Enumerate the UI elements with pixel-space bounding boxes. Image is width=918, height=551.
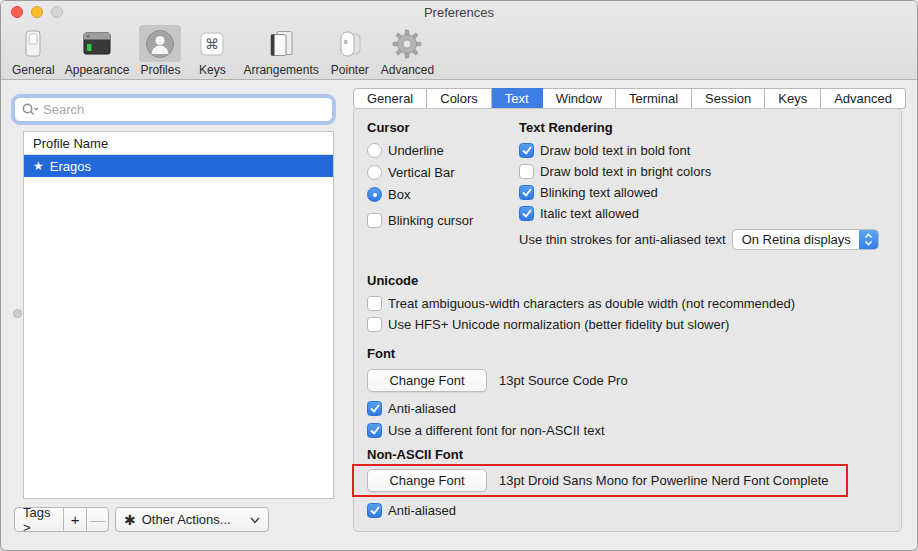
- toolbar-label: Keys: [199, 63, 226, 77]
- toolbar-item-arrangements[interactable]: Arrangements: [238, 23, 323, 77]
- checkbox-label: Draw bold text in bright colors: [540, 164, 711, 179]
- checkbox-icon[interactable]: [367, 423, 382, 438]
- checkbox-label: Treat ambiguous-width characters as doub…: [388, 296, 795, 311]
- unicode-section-header: Unicode: [367, 273, 418, 288]
- check-icon: [370, 404, 380, 413]
- window-title: Preferences: [1, 5, 917, 20]
- toolbar-item-keys[interactable]: ⌘ Keys: [186, 23, 238, 77]
- radio-label: Box: [388, 187, 410, 202]
- svg-text:⌘: ⌘: [205, 36, 219, 52]
- checkbox-label: Anti-aliased: [388, 401, 456, 416]
- radio-label: Vertical Bar: [388, 165, 454, 180]
- text-rendering-section-header: Text Rendering: [519, 120, 613, 135]
- text-tab-panel: Cursor Underline Vertical Bar Box Blinki…: [353, 108, 902, 532]
- checkbox-icon[interactable]: [519, 143, 534, 158]
- tab-advanced[interactable]: Advanced: [821, 88, 906, 109]
- window-chrome: Preferences General Appearance: [1, 1, 917, 80]
- toolbar-label: Arrangements: [243, 63, 318, 77]
- chevron-down-icon: [250, 512, 260, 527]
- toolbar-item-advanced[interactable]: Advanced: [376, 23, 439, 77]
- checkbox-icon[interactable]: [367, 296, 382, 311]
- checkbox-blinking-text[interactable]: Blinking text allowed: [519, 185, 658, 200]
- checkbox-draw-bold-bright[interactable]: Draw bold text in bright colors: [519, 164, 711, 179]
- checkbox-hfs-normalization[interactable]: Use HFS+ Unicode normalization (better f…: [367, 317, 729, 332]
- thin-strokes-row: Use thin strokes for anti-aliased text O…: [519, 229, 879, 250]
- toolbar-label: General: [12, 63, 55, 77]
- tab-general[interactable]: General: [353, 88, 427, 109]
- light-switch-icon: [17, 28, 49, 60]
- cursor-section-header: Cursor: [367, 120, 410, 135]
- arrangements-windows-icon: [265, 28, 297, 60]
- pane-splitter-handle[interactable]: [13, 309, 22, 318]
- checkbox-icon[interactable]: [367, 401, 382, 416]
- other-actions-label: Other Actions...: [142, 512, 231, 527]
- radio-vertical-bar[interactable]: Vertical Bar: [367, 165, 454, 180]
- checkbox-italic-text[interactable]: Italic text allowed: [519, 206, 639, 221]
- tab-colors[interactable]: Colors: [427, 88, 492, 109]
- tab-session[interactable]: Session: [692, 88, 765, 109]
- checkbox-icon[interactable]: [519, 206, 534, 221]
- thin-strokes-label: Use thin strokes for anti-aliased text: [519, 232, 726, 247]
- checkbox-blinking-cursor[interactable]: Blinking cursor: [367, 213, 473, 228]
- profile-search-field[interactable]: Search: [14, 97, 333, 122]
- radio-icon[interactable]: [367, 143, 382, 158]
- gear-icon: [391, 28, 423, 60]
- check-icon: [522, 209, 532, 218]
- toolbar-label: Profiles: [140, 63, 180, 77]
- profile-tabbar: General Colors Text Window Terminal Sess…: [353, 88, 906, 109]
- thin-strokes-dropdown[interactable]: On Retina displays: [732, 229, 879, 250]
- preferences-toolbar: General Appearance Profiles: [7, 23, 439, 79]
- checkbox-anti-aliased[interactable]: Anti-aliased: [367, 401, 456, 416]
- tab-window[interactable]: Window: [543, 88, 616, 109]
- tab-terminal[interactable]: Terminal: [616, 88, 692, 109]
- check-icon: [370, 506, 380, 515]
- remove-profile-button: —: [86, 507, 109, 532]
- change-non-ascii-font-button[interactable]: Change Font: [367, 469, 487, 492]
- radio-icon[interactable]: [367, 187, 382, 202]
- profile-row-eragos[interactable]: ★ Eragos: [24, 155, 333, 177]
- checkbox-icon[interactable]: [367, 213, 382, 228]
- checkbox-label: Italic text allowed: [540, 206, 639, 221]
- toolbar-label: Advanced: [381, 63, 434, 77]
- change-font-button[interactable]: Change Font: [367, 369, 487, 392]
- star-icon: ★: [33, 159, 44, 173]
- search-placeholder: Search: [43, 102, 84, 117]
- radio-underline[interactable]: Underline: [367, 143, 444, 158]
- radio-icon[interactable]: [367, 165, 382, 180]
- checkbox-draw-bold-font[interactable]: Draw bold text in bold font: [519, 143, 690, 158]
- font-section-header: Font: [367, 346, 395, 361]
- appearance-window-icon: [81, 28, 113, 60]
- profile-actions-bar: Tags > + — ✱ Other Actions...: [14, 507, 269, 532]
- checkbox-icon[interactable]: [519, 164, 534, 179]
- checkbox-icon[interactable]: [367, 317, 382, 332]
- stepper-arrows-icon: [859, 229, 878, 250]
- font-row: Change Font 13pt Source Code Pro: [367, 369, 628, 392]
- other-actions-button[interactable]: ✱ Other Actions...: [115, 507, 269, 532]
- checkbox-label: Use HFS+ Unicode normalization (better f…: [388, 317, 729, 332]
- tab-text[interactable]: Text: [492, 88, 543, 109]
- add-profile-button[interactable]: +: [63, 507, 87, 532]
- checkbox-ambiguous-width[interactable]: Treat ambiguous-width characters as doub…: [367, 296, 795, 311]
- titlebar[interactable]: Preferences: [1, 1, 917, 23]
- checkbox-different-non-ascii-font[interactable]: Use a different font for non-ASCII text: [367, 423, 605, 438]
- checkbox-label: Draw bold text in bold font: [540, 143, 690, 158]
- checkbox-icon[interactable]: [367, 503, 382, 518]
- profiles-person-icon: [144, 28, 176, 60]
- preferences-window: Preferences General Appearance: [0, 0, 918, 551]
- toolbar-item-appearance[interactable]: Appearance: [60, 23, 135, 77]
- highlight-annotation-box: Change Font 13pt Droid Sans Mono for Pow…: [352, 464, 848, 497]
- checkbox-non-ascii-anti-aliased[interactable]: Anti-aliased: [367, 503, 456, 518]
- current-font-value: 13pt Source Code Pro: [499, 373, 628, 388]
- toolbar-item-general[interactable]: General: [7, 23, 60, 77]
- tags-button[interactable]: Tags >: [14, 507, 64, 532]
- check-icon: [370, 426, 380, 435]
- radio-label: Underline: [388, 143, 444, 158]
- toolbar-item-pointer[interactable]: Pointer: [324, 23, 376, 77]
- checkbox-label: Anti-aliased: [388, 503, 456, 518]
- profile-list-header: Profile Name: [24, 132, 333, 155]
- radio-box[interactable]: Box: [367, 187, 410, 202]
- non-ascii-font-section-header: Non-ASCII Font: [367, 447, 463, 462]
- toolbar-item-profiles[interactable]: Profiles: [134, 23, 186, 77]
- tab-keys[interactable]: Keys: [765, 88, 821, 109]
- checkbox-icon[interactable]: [519, 185, 534, 200]
